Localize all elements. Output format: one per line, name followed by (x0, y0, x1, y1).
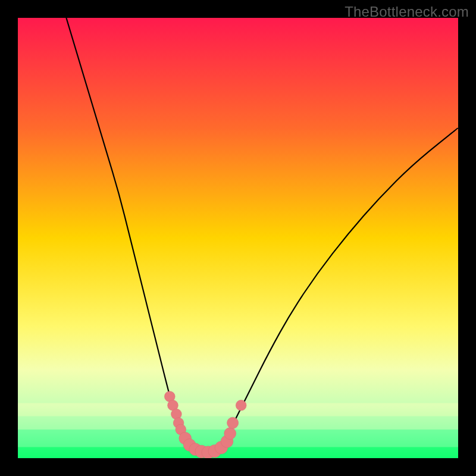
gradient-background (18, 18, 458, 458)
data-marker (227, 417, 239, 428)
chart-stage: TheBottleneck.com (0, 0, 476, 476)
svg-rect-2 (18, 430, 458, 447)
svg-rect-3 (18, 447, 458, 459)
plot-svg (18, 18, 458, 458)
data-marker (236, 400, 246, 411)
plot-area (18, 18, 458, 458)
watermark-text: TheBottleneck.com (345, 4, 469, 20)
data-marker (224, 428, 236, 440)
bottom-band (18, 403, 458, 459)
